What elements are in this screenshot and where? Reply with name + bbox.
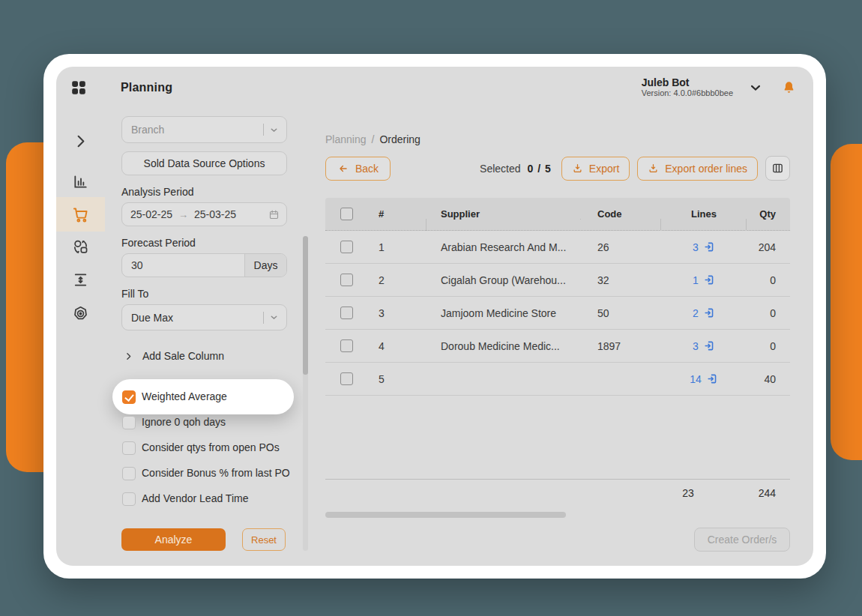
- add-sale-column-toggle[interactable]: Add Sale Column: [124, 350, 311, 362]
- row-checkbox[interactable]: [340, 241, 353, 253]
- filter-checkbox-row[interactable]: Weighted Average: [112, 379, 294, 414]
- row-lines-link[interactable]: 2: [693, 307, 715, 319]
- sidebar-expand-chevron-right-icon[interactable]: [56, 133, 105, 150]
- main-content: Planning / Ordering Back Selected 0 / 5: [311, 109, 813, 566]
- row-number: 5: [367, 373, 427, 385]
- select-all-checkbox[interactable]: [340, 208, 353, 220]
- branch-select[interactable]: Branch: [121, 116, 287, 143]
- row-qty: 0: [747, 340, 790, 352]
- table-row: 3 Jamjoom Medicine Store 50 2 0: [325, 297, 790, 330]
- create-order-button[interactable]: Create Order/s: [694, 528, 790, 552]
- checkbox[interactable]: [122, 441, 136, 455]
- analysis-period-range-input[interactable]: 25-02-25 → 25-03-25: [121, 202, 287, 226]
- analytics-bar-chart-icon[interactable]: [56, 173, 105, 190]
- checkbox[interactable]: [122, 467, 136, 480]
- checkbox-label: Consider Bonus % from last PO: [142, 466, 290, 480]
- checkbox-label: Ignore 0 qoh days: [142, 415, 226, 429]
- checkbox[interactable]: [122, 492, 136, 506]
- row-number: 4: [367, 340, 427, 352]
- row-checkbox[interactable]: [340, 274, 353, 286]
- panel-scrollbar-track[interactable]: [303, 236, 308, 551]
- col-header-num: #: [367, 208, 427, 220]
- open-lines-icon: [704, 340, 715, 351]
- suppliers-table: # Supplier Code Lines Qty 1 Arabian Rese…: [325, 198, 790, 396]
- filter-checkbox-row[interactable]: Ignore 0 qoh days: [122, 415, 291, 429]
- row-checkbox[interactable]: [340, 307, 353, 319]
- row-supplier: Doroub Medicine Medic...: [427, 340, 581, 352]
- user-menu-chevron-down-icon[interactable]: [748, 80, 763, 95]
- breadcrumb-planning[interactable]: Planning: [325, 133, 367, 145]
- row-code: 50: [581, 307, 661, 319]
- checkbox-label: Weighted Average: [142, 390, 227, 404]
- back-button[interactable]: Back: [325, 157, 391, 181]
- chevron-down-icon: [269, 125, 279, 135]
- total-lines: 23: [661, 487, 747, 499]
- filter-checkbox-list: Weighted Average Ignore 0 qoh days Consi…: [105, 379, 311, 506]
- product-sync-icon[interactable]: [56, 238, 105, 256]
- table-actions-bar: Back Selected 0 / 5 Export: [325, 156, 790, 181]
- col-header-qty: Qty: [747, 208, 790, 220]
- calendar-icon[interactable]: [268, 209, 280, 220]
- row-qty: 204: [747, 241, 790, 253]
- row-qty: 0: [747, 307, 790, 319]
- checkbox-label: Consider qtys from open POs: [142, 441, 280, 455]
- select-divider: [263, 124, 264, 136]
- export-order-lines-button[interactable]: Export order lines: [637, 157, 758, 181]
- open-lines-icon: [704, 241, 715, 253]
- notifications-bell-icon[interactable]: [783, 81, 795, 95]
- reset-button[interactable]: Reset: [242, 528, 286, 551]
- icon-rail: [56, 109, 105, 566]
- breadcrumb-separator: /: [372, 133, 375, 145]
- row-lines-link[interactable]: 14: [690, 373, 718, 385]
- table-body: 1 Arabian Research And M... 26 3 204 2 C…: [325, 231, 790, 396]
- table-row: 2 Cigalah Group (Warehou... 32 1 0: [325, 264, 790, 297]
- panel-scrollbar-thumb[interactable]: [303, 236, 308, 375]
- stock-levels-icon[interactable]: [56, 271, 105, 289]
- analyze-button[interactable]: Analyze: [121, 528, 226, 551]
- row-code: 26: [581, 241, 661, 253]
- chevron-right-icon: [124, 351, 133, 361]
- row-checkbox[interactable]: [340, 372, 353, 385]
- row-supplier: Cigalah Group (Warehou...: [427, 274, 581, 286]
- row-number: 1: [367, 241, 427, 253]
- filter-checkbox-row[interactable]: Consider Bonus % from last PO: [122, 466, 291, 480]
- user-block: Juleb Bot Version: 4.0.0#6bbb0bee: [642, 77, 733, 98]
- analysis-from-value[interactable]: 25-02-25: [130, 208, 172, 220]
- filter-checkbox-row[interactable]: Consider qtys from open POs: [122, 441, 291, 455]
- sold-data-source-options-button[interactable]: Sold Data Source Options: [121, 151, 287, 175]
- forecast-value[interactable]: 30: [122, 259, 244, 271]
- range-arrow-icon: →: [178, 209, 188, 220]
- export-button[interactable]: Export: [561, 157, 630, 181]
- row-supplier: Arabian Research And M...: [427, 241, 581, 253]
- breadcrumb-ordering: Ordering: [379, 133, 420, 145]
- app-launcher-grid-icon[interactable]: [70, 79, 88, 97]
- selected-label: Selected: [480, 163, 520, 175]
- ordering-cart-icon[interactable]: [56, 197, 105, 232]
- create-order-row: Create Order/s: [325, 528, 790, 552]
- app-version: Version: 4.0.0#6bbb0bee: [642, 88, 733, 98]
- horizontal-scrollbar-thumb[interactable]: [325, 512, 566, 518]
- analysis-to-value[interactable]: 25-03-25: [194, 208, 236, 220]
- fill-to-select[interactable]: Due Max: [121, 304, 287, 330]
- page-title: Planning: [121, 81, 172, 94]
- checkbox[interactable]: [122, 390, 136, 404]
- app-window: Planning Juleb Bot Version: 4.0.0#6bbb0b…: [43, 54, 826, 579]
- table-totals-row: 23 244: [325, 479, 790, 505]
- row-lines-link[interactable]: 3: [693, 241, 715, 253]
- row-checkbox[interactable]: [340, 339, 353, 352]
- row-lines-link[interactable]: 3: [693, 340, 715, 352]
- chevron-down-icon: [269, 312, 279, 322]
- row-qty: 40: [747, 373, 790, 385]
- checkbox[interactable]: [122, 416, 136, 429]
- col-header-supplier: Supplier: [427, 208, 581, 220]
- forecast-period-input[interactable]: 30 Days: [121, 253, 287, 277]
- target-icon[interactable]: [56, 305, 105, 322]
- selected-counter: Selected 0 / 5: [480, 163, 552, 175]
- open-lines-icon: [707, 373, 718, 384]
- column-settings-button[interactable]: [765, 156, 790, 181]
- row-lines-link[interactable]: 1: [693, 274, 715, 286]
- row-number: 2: [367, 274, 427, 286]
- filter-checkbox-row[interactable]: Add Vendor Lead Time: [122, 492, 291, 506]
- table-row: 4 Doroub Medicine Medic... 1897 3 0: [325, 330, 790, 363]
- user-name: Juleb Bot: [642, 77, 733, 88]
